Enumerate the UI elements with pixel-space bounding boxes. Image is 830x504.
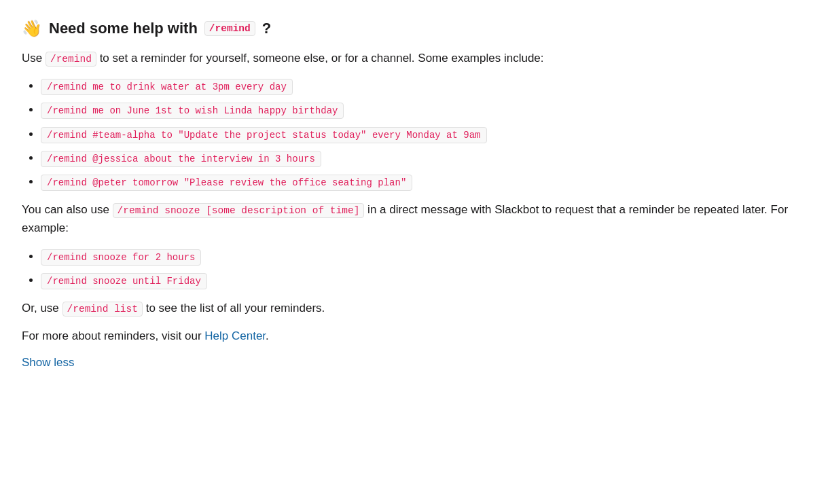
list-text-after: to see the list of all your reminders. bbox=[146, 302, 325, 314]
snooze-paragraph: You can also use /remind snooze [some de… bbox=[22, 200, 808, 237]
example-code-1: /remind me to drink water at 3pm every d… bbox=[41, 79, 293, 95]
intro-text-before: Use bbox=[22, 52, 42, 65]
snooze-example-2: /remind snooze until Friday bbox=[41, 273, 207, 289]
snooze-example-1: /remind snooze for 2 hours bbox=[41, 249, 201, 266]
list-item: /remind snooze until Friday bbox=[41, 271, 808, 289]
heading-text-before: Need some help with bbox=[49, 20, 198, 37]
list-item: /remind me on June 1st to wish Linda hap… bbox=[41, 101, 808, 119]
list-paragraph: Or, use /remind list to see the list of … bbox=[22, 299, 808, 317]
example-code-5: /remind @peter tomorrow "Please review t… bbox=[41, 175, 412, 191]
for-more-text-before: For more about reminders, visit our bbox=[22, 329, 202, 342]
heading-command: /remind bbox=[204, 21, 255, 36]
for-more-text-after: . bbox=[266, 329, 269, 342]
help-center-link[interactable]: Help Center bbox=[204, 329, 266, 342]
example-code-2: /remind me on June 1st to wish Linda hap… bbox=[41, 103, 344, 119]
intro-paragraph: Use /remind to set a reminder for yourse… bbox=[22, 49, 808, 67]
page-heading: 👋 Need some help with /remind ? bbox=[22, 19, 808, 38]
wave-emoji: 👋 bbox=[22, 19, 42, 38]
example-code-3: /remind #team-alpha to "Update the proje… bbox=[41, 127, 487, 143]
snooze-text-before: You can also use bbox=[22, 203, 109, 216]
snooze-examples-list: /remind snooze for 2 hours /remind snooz… bbox=[41, 247, 808, 289]
list-item: /remind snooze for 2 hours bbox=[41, 247, 808, 266]
snooze-command: /remind snooze [some description of time… bbox=[113, 203, 365, 218]
list-item: /remind #team-alpha to "Update the proje… bbox=[41, 125, 808, 143]
intro-command: /remind bbox=[46, 52, 96, 67]
intro-text-after: to set a reminder for yourself, someone … bbox=[100, 52, 544, 65]
examples-list: /remind me to drink water at 3pm every d… bbox=[41, 77, 808, 191]
heading-text-after: ? bbox=[262, 20, 271, 37]
list-text-before: Or, use bbox=[22, 302, 59, 314]
list-item: /remind @peter tomorrow "Please review t… bbox=[41, 173, 808, 191]
for-more-paragraph: For more about reminders, visit our Help… bbox=[22, 327, 808, 345]
show-less-button[interactable]: Show less bbox=[22, 356, 74, 370]
list-command: /remind list bbox=[62, 302, 143, 317]
example-code-4: /remind @jessica about the interview in … bbox=[41, 151, 321, 167]
list-item: /remind @jessica about the interview in … bbox=[41, 149, 808, 167]
list-item: /remind me to drink water at 3pm every d… bbox=[41, 77, 808, 95]
